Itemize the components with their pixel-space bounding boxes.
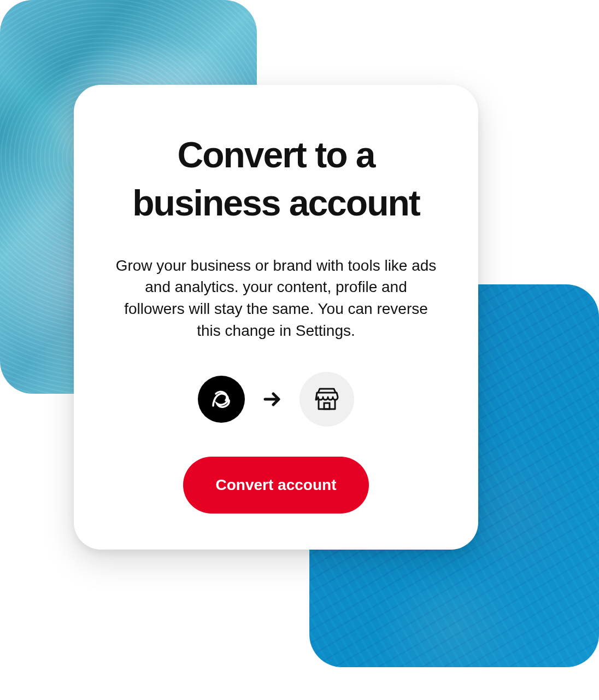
convert-card: Convert to a business account Grow your … — [74, 85, 478, 550]
arrow-right-icon — [260, 387, 284, 411]
card-title: Convert to a business account — [115, 131, 437, 228]
convert-account-button[interactable]: Convert account — [183, 457, 369, 514]
storefront-icon — [300, 372, 354, 427]
svg-rect-0 — [324, 403, 330, 409]
card-description: Grow your business or brand with tools l… — [115, 255, 437, 342]
conversion-visual — [198, 372, 354, 427]
user-avatar-icon — [198, 376, 245, 423]
